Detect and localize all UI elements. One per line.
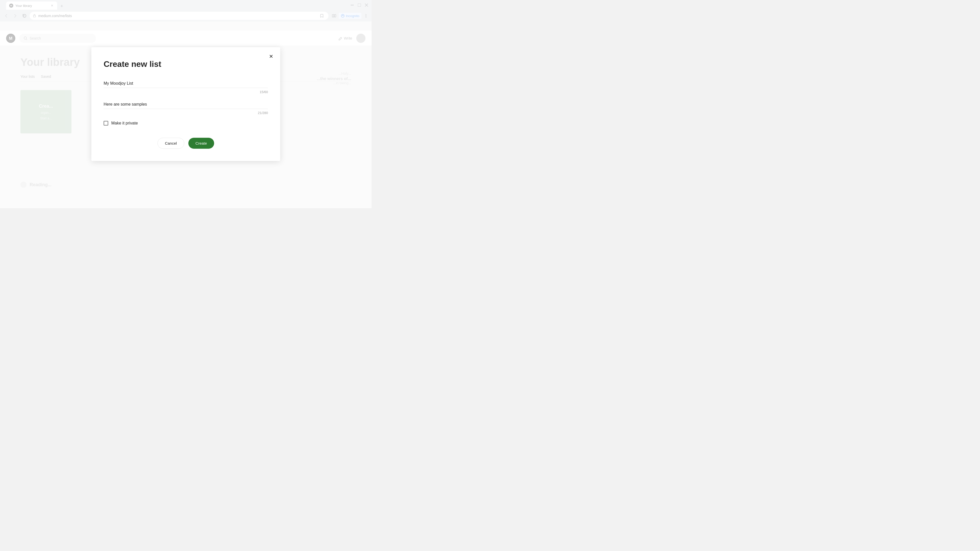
list-name-input[interactable]: [103, 79, 268, 88]
create-button[interactable]: Create: [188, 138, 214, 149]
private-checkbox-row: Make it private: [103, 121, 268, 125]
modal-close-button[interactable]: ✕: [267, 52, 275, 60]
modal-title: Create new list: [103, 59, 268, 69]
private-checkbox-label: Make it private: [111, 121, 138, 125]
name-field-container: [103, 79, 268, 88]
name-char-count: 15/60: [103, 90, 268, 94]
private-checkbox[interactable]: [103, 121, 108, 125]
modal-actions: Cancel Create: [103, 138, 268, 149]
modal-overlay: ✕ Create new list 15/60 21/280 Make it p…: [0, 0, 372, 208]
description-field-container: [103, 100, 268, 109]
create-list-modal: ✕ Create new list 15/60 21/280 Make it p…: [91, 47, 280, 161]
list-description-input[interactable]: [103, 100, 268, 109]
description-char-count: 21/280: [103, 111, 268, 115]
cancel-button[interactable]: Cancel: [158, 138, 184, 149]
